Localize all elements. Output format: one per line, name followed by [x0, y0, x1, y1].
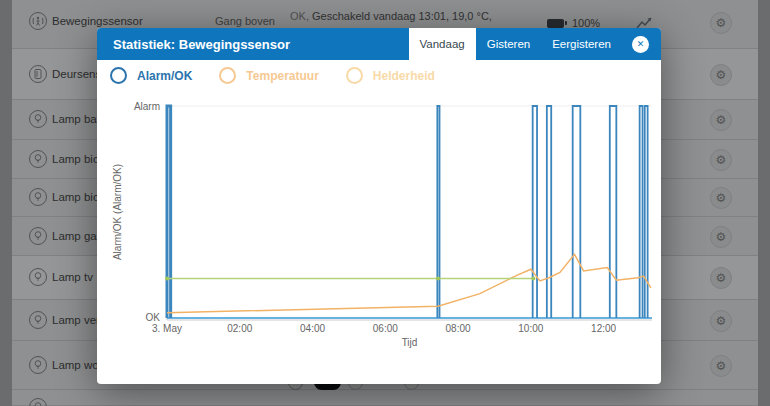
- modal-header: Statistiek: Bewegingssensor Vandaag Gist…: [97, 28, 661, 60]
- chart-legend: Alarm/OK Temperatuur Helderheid: [110, 67, 462, 84]
- radio-ring-icon: [110, 67, 127, 84]
- svg-text:OK: OK: [146, 312, 161, 323]
- tab-eergisteren[interactable]: Eergisteren: [541, 28, 622, 60]
- svg-text:Alarm/OK (Alarm/OK): Alarm/OK (Alarm/OK): [112, 164, 123, 260]
- svg-text:3. May: 3. May: [152, 323, 182, 334]
- svg-text:04:00: 04:00: [300, 323, 325, 334]
- legend-item-alarm-ok[interactable]: Alarm/OK: [110, 67, 192, 84]
- svg-text:10:00: 10:00: [518, 323, 543, 334]
- svg-text:02:00: 02:00: [227, 323, 252, 334]
- svg-text:Alarm: Alarm: [134, 101, 160, 112]
- tab-gisteren[interactable]: Gisteren: [476, 28, 541, 60]
- legend-label: Alarm/OK: [137, 69, 192, 83]
- legend-label: Temperatuur: [246, 69, 318, 83]
- legend-label: Helderheid: [373, 69, 435, 83]
- svg-text:08:00: 08:00: [446, 323, 471, 334]
- modal-title: Statistiek: Bewegingssensor: [113, 37, 409, 52]
- svg-text:06:00: 06:00: [373, 323, 398, 334]
- statistics-modal: Statistiek: Bewegingssensor Vandaag Gist…: [97, 28, 661, 384]
- statistics-chart: 3. May02:0004:0006:0008:0010:0012:00Tijd…: [97, 88, 661, 380]
- close-icon[interactable]: ✕: [632, 36, 649, 53]
- radio-ring-icon: [219, 67, 236, 84]
- legend-item-helderheid[interactable]: Helderheid: [346, 67, 435, 84]
- tab-vandaag[interactable]: Vandaag: [409, 28, 476, 60]
- svg-text:Tijd: Tijd: [402, 337, 418, 348]
- svg-text:12:00: 12:00: [591, 323, 616, 334]
- radio-ring-icon: [346, 67, 363, 84]
- legend-item-temperatuur[interactable]: Temperatuur: [219, 67, 318, 84]
